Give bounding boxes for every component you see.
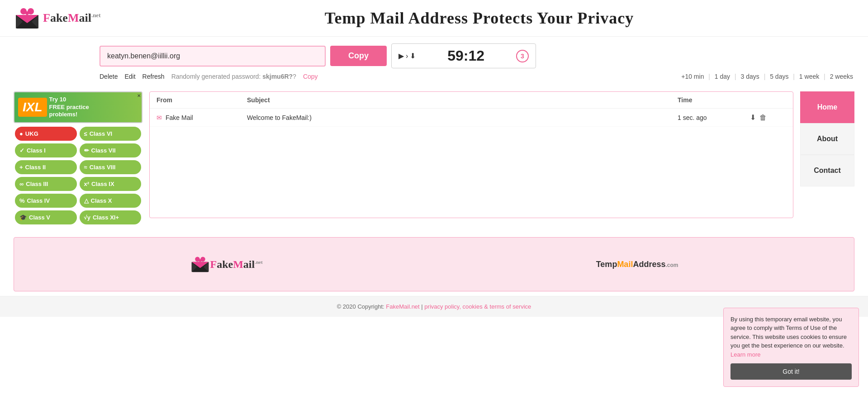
class-i-icon: ✓ <box>19 147 24 154</box>
email-from-name: Fake Mail <box>166 114 193 121</box>
ad-area: IXL Try 10FREE practiceproblems! ✕ ● UKG… <box>14 91 142 226</box>
ad-text: Try 10FREE practiceproblems! <box>49 96 89 119</box>
class-viii-icon: ≈ <box>84 164 87 171</box>
ixl-class-grid: ● UKG ≤ Class VI ✓ Class I ✏ Class VII +… <box>14 125 142 226</box>
class-viii-label: Class VIII <box>90 164 116 171</box>
delete-email-button[interactable]: 🗑 <box>759 114 767 122</box>
email-table: From Subject Time ✉ Fake Mail Welcome to… <box>149 91 793 218</box>
bottom-logo-right: TempMailAddress.com <box>596 260 678 269</box>
nav-sidebar: Home About Contact <box>800 91 854 186</box>
footer-links[interactable]: privacy policy, cookies & terms of servi… <box>424 303 531 310</box>
col-subject: Subject <box>247 96 678 104</box>
logo-area: FakeMail.net <box>14 7 104 29</box>
cookie-text: By using this temporary email website, y… <box>730 315 852 317</box>
class-v[interactable]: 🎓 Class V <box>15 210 77 224</box>
main-content: IXL Try 10FREE practiceproblems! ✕ ● UKG… <box>0 85 868 233</box>
timer-area: ▶ › ⬇ 59:12 3 <box>391 43 536 68</box>
site-title: Temp Mail Address Protects Your Privacy <box>104 9 854 28</box>
bottom-logo: FakeMail.net <box>190 256 263 273</box>
email-table-header: From Subject Time <box>150 92 793 109</box>
ad-banner-inner: IXL Try 10FREE practiceproblems! <box>18 96 89 119</box>
footer-brand-link[interactable]: FakeMail.net <box>386 303 419 310</box>
edit-link[interactable]: Edit <box>124 73 135 80</box>
expand-icon: ▶ <box>398 52 404 60</box>
class-x[interactable]: △ Class X <box>80 194 142 208</box>
password-label: Randomly generated password: skjmu6R?? <box>171 73 296 80</box>
timer-icons: ▶ › ⬇ <box>398 52 416 60</box>
class-v-icon: 🎓 <box>19 214 27 221</box>
class-iii-icon: ∞ <box>19 181 24 187</box>
class-vi[interactable]: ≤ Class VI <box>80 127 142 141</box>
class-ii-label: Class II <box>25 164 46 171</box>
logo-icon <box>14 7 41 29</box>
email-bar: Copy ▶ › ⬇ 59:12 3 <box>0 37 868 71</box>
bottom-logo-icon <box>190 256 210 273</box>
timer-display: 59:12 <box>420 48 512 64</box>
time-option-5[interactable]: 1 week <box>799 73 819 80</box>
class-viii[interactable]: ≈ Class VIII <box>80 160 142 174</box>
bottom-ad-area: FakeMail.net TempMailAddress.com <box>14 237 854 291</box>
svg-point-13 <box>199 259 201 262</box>
email-subject: Welcome to FakeMail:) <box>247 114 678 121</box>
class-ix[interactable]: x² Class IX <box>80 177 142 191</box>
nav-contact[interactable]: Contact <box>800 155 854 186</box>
class-ix-icon: x² <box>84 181 90 187</box>
class-v-label: Class V <box>29 214 50 221</box>
header: FakeMail.net Temp Mail Address Protects … <box>0 0 868 37</box>
time-extensions: +10 min | 1 day | 3 days | 5 days | 1 we… <box>680 73 854 80</box>
class-iv-icon: % <box>19 197 25 204</box>
class-ix-label: Class IX <box>91 181 114 187</box>
time-option-6[interactable]: 2 weeks <box>830 73 853 80</box>
class-vii[interactable]: ✏ Class VII <box>80 143 142 157</box>
ad-close-icon[interactable]: ✕ <box>137 93 141 98</box>
nav-home[interactable]: Home <box>800 91 854 123</box>
class-ii-icon: + <box>19 164 23 171</box>
table-row[interactable]: ✉ Fake Mail Welcome to FakeMail:) 1 sec.… <box>150 109 793 127</box>
time-option-2[interactable]: 1 day <box>715 73 730 80</box>
class-iii[interactable]: ∞ Class III <box>15 177 77 191</box>
logo-text: FakeMail.net <box>43 11 100 25</box>
class-vii-label: Class VII <box>91 147 116 154</box>
ad-banner: IXL Try 10FREE practiceproblems! ✕ <box>14 91 142 123</box>
password-copy-link[interactable]: Copy <box>303 73 318 80</box>
class-ukg-label: UKG <box>25 130 38 137</box>
action-bar: Delete Edit Refresh Randomly generated p… <box>0 71 868 85</box>
svg-point-6 <box>25 11 29 15</box>
refresh-link[interactable]: Refresh <box>142 73 165 80</box>
copy-button[interactable]: Copy <box>330 46 387 66</box>
footer-copyright: © 2020 Copyright: <box>337 303 384 310</box>
time-option-1[interactable]: +10 min <box>681 73 704 80</box>
time-option-3[interactable]: 3 days <box>741 73 759 80</box>
email-icon: ✉ <box>157 114 162 121</box>
cookie-notice: By using this temporary email website, y… <box>723 308 859 317</box>
col-from: From <box>157 96 247 104</box>
class-x-icon: △ <box>84 197 89 204</box>
col-actions <box>750 96 786 104</box>
class-xi[interactable]: √y Class XI+ <box>80 210 142 224</box>
email-row-actions: ⬇ 🗑 <box>750 113 786 122</box>
class-vii-icon: ✏ <box>84 147 89 154</box>
email-time: 1 sec. ago <box>678 114 750 121</box>
time-option-4[interactable]: 5 days <box>770 73 788 80</box>
email-input[interactable] <box>100 46 326 67</box>
logo-net: .net <box>91 12 101 19</box>
class-i[interactable]: ✓ Class I <box>15 143 77 157</box>
class-ukg-icon: ● <box>19 130 23 137</box>
class-xi-label: Class XI+ <box>93 214 119 221</box>
class-ii[interactable]: + Class II <box>15 160 77 174</box>
class-x-label: Class X <box>91 197 112 204</box>
download-email-button[interactable]: ⬇ <box>750 113 756 122</box>
class-ukg[interactable]: ● UKG <box>15 127 77 141</box>
email-from: ✉ Fake Mail <box>157 114 247 121</box>
class-vi-icon: ≤ <box>84 130 87 137</box>
ixl-logo: IXL <box>18 98 47 117</box>
delete-link[interactable]: Delete <box>100 73 118 80</box>
class-iii-label: Class III <box>26 181 48 187</box>
col-time: Time <box>678 96 750 104</box>
class-iv-label: Class IV <box>27 197 50 204</box>
chevron-icon: › <box>406 52 408 60</box>
class-iv[interactable]: % Class IV <box>15 194 77 208</box>
nav-about[interactable]: About <box>800 123 854 155</box>
class-i-label: Class I <box>27 147 46 154</box>
download-icon: ⬇ <box>410 52 416 60</box>
